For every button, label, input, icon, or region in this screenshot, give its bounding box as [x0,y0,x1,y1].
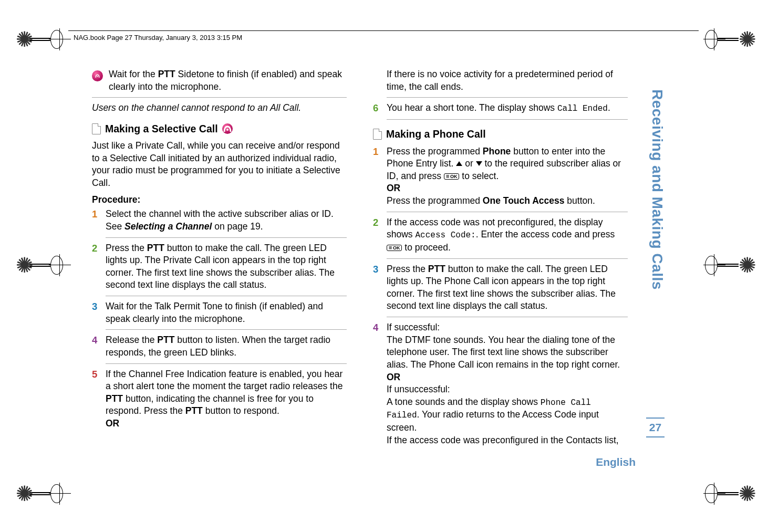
step-body: Select the channel with the active subsc… [106,208,347,233]
step-body: Release the PTT button to listen. When t… [106,334,347,359]
content-area: Wait for the PTT Sidetone to finish (if … [92,68,628,448]
divider [387,119,628,120]
divider [92,97,347,98]
heading-phone-call: Making a Phone Call [373,127,628,141]
registration-mark [16,255,63,276]
side-tab-label: Receiving and Making Calls [646,89,666,383]
step-3: 3 Wait for the Talk Permit Tone to finis… [92,300,347,325]
phone-step-3: 3 Press the PTT button to make the call.… [373,263,628,313]
intro-text: Wait for the PTT Sidetone to finish (if … [109,68,347,93]
left-column: Wait for the PTT Sidetone to finish (if … [92,68,347,448]
registration-mark [705,255,752,276]
antenna-icon [222,123,233,134]
step-body: Press the PTT button to make the call. T… [106,242,347,292]
registration-mark [705,483,752,504]
phone-step-2: 2 If the access code was not preconfigur… [373,216,628,254]
step-number: 6 [373,102,381,115]
step-body: You hear a short tone. The display shows… [387,102,628,115]
divider [387,317,628,317]
page-icon [92,123,101,134]
ok-button-icon: OK [387,245,402,251]
registration-mark [705,29,752,50]
step-number: 4 [373,321,381,446]
step-2: 2 Press the PTT button to make the call.… [92,242,347,292]
divider [106,329,347,330]
step-6: 6 You hear a short tone. The display sho… [373,102,628,115]
header-text: NAG.book Page 27 Thursday, January 3, 20… [74,34,242,41]
step-body: If the access code was not preconfigured… [387,216,628,254]
divider [106,296,347,296]
step-5: 5 If the Channel Free Indication feature… [92,368,347,430]
step-body: Press the PTT button to make the call. T… [387,263,628,313]
phone-step-4: 4 If successful: The DTMF tone sounds. Y… [373,321,628,446]
intro-row: Wait for the PTT Sidetone to finish (if … [92,68,347,93]
step-4: 4 Release the PTT button to listen. When… [92,334,347,359]
header-rule [68,30,699,31]
antenna-icon [92,68,103,93]
step-number: 3 [373,263,381,313]
step-number: 2 [373,216,381,254]
step-body: Press the programmed Phone button to ent… [387,145,628,207]
continuation-text: If there is no voice activity for a pred… [373,68,628,93]
step-number: 2 [92,242,100,292]
step-number: 3 [92,300,100,325]
step-body: If the Channel Free Indication feature i… [106,368,347,430]
registration-mark [16,483,63,504]
divider [387,258,628,259]
up-arrow-icon [456,161,462,166]
page-icon [373,129,382,140]
page-number: 27 [646,418,665,437]
down-arrow-icon [476,161,482,166]
heading-selective-call: Making a Selective Call [92,122,347,135]
phone-step-1: 1 Press the programmed Phone button to e… [373,145,628,207]
note-text: Users on the channel cannot respond to a… [92,102,347,114]
step-number: 1 [92,208,100,233]
divider [387,212,628,212]
right-column: If there is no voice activity for a pred… [373,68,628,448]
language-label: English [596,456,636,468]
divider [387,97,628,98]
step-number: 5 [92,368,100,430]
step-1: 1 Select the channel with the active sub… [92,208,347,233]
svg-point-1 [226,129,229,131]
procedure-label: Procedure: [92,194,347,206]
selective-desc: Just like a Private Call, while you can … [92,140,347,190]
step-body: Wait for the Talk Permit Tone to finish … [106,300,347,325]
divider [106,237,347,238]
registration-mark [16,29,63,50]
step-body: If successful: The DTMF tone sounds. You… [387,321,628,446]
ok-button-icon: OK [444,173,459,180]
step-number: 4 [92,334,100,359]
step-number: 1 [373,145,381,207]
svg-point-0 [97,76,98,77]
divider [106,363,347,364]
